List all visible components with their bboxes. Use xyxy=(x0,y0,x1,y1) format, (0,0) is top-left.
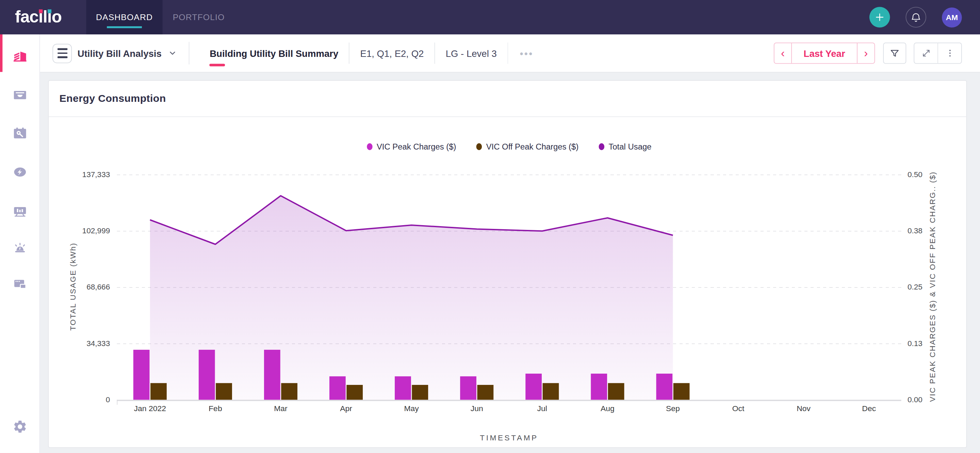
inbox-icon xyxy=(12,86,28,102)
sidebar-item-settings[interactable] xyxy=(0,413,40,440)
chart-actions xyxy=(914,43,962,64)
card-header: Energy Consumption xyxy=(49,81,966,117)
dashboard-icon xyxy=(12,48,28,64)
divider xyxy=(349,43,350,64)
more-options-button[interactable] xyxy=(938,43,961,63)
prev-period-button[interactable]: ‹ xyxy=(775,43,791,63)
top-navbar: facılıo DASHBOARD PORTFOLIO AM xyxy=(0,0,980,34)
avatar[interactable]: AM xyxy=(942,7,962,27)
energy-icon xyxy=(12,164,28,180)
logo-dot-pink: ı xyxy=(38,8,43,27)
windows-icon xyxy=(12,277,28,293)
sidebar-item-assets[interactable] xyxy=(0,197,40,225)
filter-button[interactable] xyxy=(883,43,906,64)
time-range-label[interactable]: Last Year xyxy=(791,43,858,63)
active-tab-underline xyxy=(107,26,142,28)
kiosk-chart-icon xyxy=(12,203,28,219)
plus-icon xyxy=(875,12,885,22)
divider xyxy=(434,43,435,64)
alarm-beacon-icon xyxy=(12,239,28,256)
sidebar-item-dashboard[interactable] xyxy=(0,43,40,70)
expand-button[interactable] xyxy=(914,43,937,63)
card-title: Energy Consumption xyxy=(59,93,166,105)
tab-lg-level-3[interactable]: LG - Level 3 xyxy=(446,34,497,72)
next-period-button[interactable]: › xyxy=(858,43,875,63)
time-range-picker: ‹ Last Year › xyxy=(774,43,875,64)
sidebar-item-alarms[interactable] xyxy=(0,234,40,262)
divider xyxy=(189,42,190,64)
facilio-logo[interactable]: facılıo xyxy=(15,0,62,34)
dashboard-toolbar: Utility Bill Analysis Building Utility B… xyxy=(40,34,980,73)
nav-tab-dashboard[interactable]: DASHBOARD xyxy=(86,0,162,34)
hamburger-menu-button[interactable] xyxy=(52,44,72,63)
filter-icon xyxy=(889,48,900,59)
kebab-icon xyxy=(945,48,955,58)
add-button[interactable] xyxy=(869,7,890,27)
active-tab-underline xyxy=(210,64,225,66)
expand-icon xyxy=(921,48,931,58)
app: facılıo DASHBOARD PORTFOLIO AM xyxy=(0,0,980,453)
bell-icon xyxy=(910,11,922,23)
sidebar-item-apps[interactable] xyxy=(0,271,40,298)
notifications-button[interactable] xyxy=(905,7,926,27)
logo-dot-teal: ı xyxy=(47,8,52,27)
sidebar-item-maintenance[interactable] xyxy=(0,120,40,147)
dashboard-title[interactable]: Utility Bill Analysis xyxy=(78,48,162,59)
sidebar xyxy=(0,34,40,453)
gear-icon xyxy=(13,419,27,434)
chevron-down-icon[interactable] xyxy=(169,49,177,57)
sidebar-item-work-orders[interactable] xyxy=(0,81,40,108)
more-tabs-button[interactable]: ••• xyxy=(520,48,533,59)
divider xyxy=(508,43,508,64)
calendar-wrench-icon xyxy=(12,125,28,141)
tab-e1-q1-e2-q2[interactable]: E1, Q1, E2, Q2 xyxy=(360,34,424,72)
energy-consumption-card: Energy Consumption xyxy=(48,80,967,448)
nav-tab-portfolio[interactable]: PORTFOLIO xyxy=(163,0,235,34)
tab-building-utility-bill-summary[interactable]: Building Utility Bill Summary xyxy=(202,34,338,72)
sidebar-item-energy[interactable] xyxy=(0,158,40,186)
